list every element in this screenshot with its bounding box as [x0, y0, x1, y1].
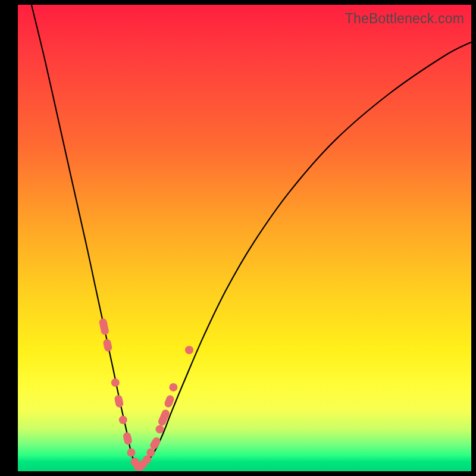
marker-dot: [169, 383, 177, 392]
marker-pill: [114, 394, 124, 408]
marker-dot: [146, 449, 155, 457]
plot-area: TheBottleneck.com: [18, 5, 471, 471]
marker-dot: [143, 455, 151, 464]
marker-pill: [98, 318, 109, 336]
marker-pill: [102, 339, 112, 352]
bottleneck-curve: [32, 5, 471, 466]
marker-dot: [111, 378, 120, 387]
chart-frame: TheBottleneck.com: [0, 0, 476, 476]
chart-svg: [18, 5, 471, 471]
marker-dot: [185, 346, 193, 354]
marker-dot: [127, 449, 136, 457]
marker-pill: [123, 431, 133, 445]
marker-dot: [119, 416, 127, 424]
marker-dot: [156, 425, 164, 433]
